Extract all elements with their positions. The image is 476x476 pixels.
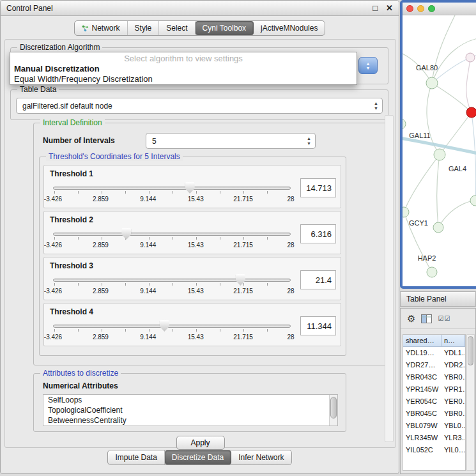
network-node-gal80[interactable] [426,77,438,89]
table-row[interactable]: YIL052C YIL0… [403,444,465,456]
tab-discretize-data[interactable]: Discretize Data [165,450,231,464]
table-cell[interactable]: YIL052C [403,444,441,456]
threshold-2-value-field[interactable]: 6.316 [300,224,336,243]
table-row[interactable]: YBR043C YBR0… [403,371,465,383]
list-item[interactable]: BetweennessCentrality [43,415,337,426]
apply-button[interactable]: Apply [176,436,224,450]
slider-track[interactable] [53,325,291,328]
table-cell[interactable]: YDR27… [403,359,441,371]
node-label: GCY1 [409,219,428,227]
threshold-4-slider[interactable] [53,319,291,333]
table-row[interactable]: YER054C YER0… [403,395,465,408]
close-window-icon[interactable]: ✕ [386,3,393,13]
table-cell[interactable]: YPR145W [403,383,441,395]
threshold-2-slider[interactable] [53,227,291,241]
selection-checkboxes-icon[interactable]: ☑☑ [438,315,450,322]
combobox-stepper-icon[interactable]: ▲ ▼ [374,101,378,111]
table-cell[interactable]: YPR1… [441,383,465,395]
network-node[interactable] [470,196,476,206]
minimize-traffic-light-icon[interactable] [417,5,424,12]
list-item[interactable]: TopologicalCoefficient [43,405,337,415]
slider-track[interactable] [53,279,291,282]
slider-ticks [54,329,291,332]
table-cell[interactable]: YIL0… [441,444,465,456]
table-cell[interactable]: YDL1… [441,347,465,359]
close-traffic-light-icon[interactable] [406,5,413,12]
network-node-gcy1[interactable] [403,207,409,217]
tab-style[interactable]: Style [128,21,160,35]
network-canvas[interactable]: GAL80 GAL11 GAL4 GCY1 HAP2 [403,15,476,286]
combobox-stepper-icon[interactable]: ▲ ▼ [307,136,311,146]
tab-infer-network[interactable]: Infer Network [231,450,291,464]
tab-cyni-toolbox[interactable]: Cyni Toolbox [196,21,254,35]
threshold-3-slider[interactable] [53,273,291,287]
threshold-3-value-field[interactable]: 21.4 [300,270,336,289]
selected-network-node[interactable] [466,107,476,118]
float-window-icon[interactable]: □ [372,3,378,13]
table-data-combobox[interactable]: galFiltered.sif default node ▲ ▼ [16,98,383,114]
node-attribute-table[interactable]: shared… n… YDL19… YDL1… YDR27… YDR2… YBR… [403,334,466,471]
content-scrollbar[interactable] [385,115,394,442]
table-row[interactable]: YBR045C YBR0… [403,408,465,420]
scrollbar-thumb[interactable] [468,336,473,365]
column-header-shared-name[interactable]: shared… [403,335,441,346]
table-row[interactable]: YDL19… YDL1… [403,347,465,359]
combo-down-arrow-icon: ▼ [366,66,371,70]
table-cell[interactable]: YBR0… [441,371,465,383]
table-row[interactable]: YLR345W YLR3… [403,432,465,444]
table-row[interactable]: YDR27… YDR2… [403,359,465,371]
scale-label: 15.43 [188,334,204,341]
control-panel-titlebar[interactable]: Control Panel □ ✕ [1,1,399,16]
tab-jactivemnodules-label: jActiveMNodules [261,24,318,33]
threshold-3-label: Threshold 3 [50,261,93,270]
table-cell[interactable]: YER054C [403,395,441,408]
table-data-group-title: Table Data [17,85,59,94]
slider-track[interactable] [53,187,291,190]
network-graph[interactable]: GAL80 GAL11 GAL4 GCY1 HAP2 [403,15,476,286]
table-cell[interactable]: YBR045C [403,408,441,420]
tab-network[interactable]: Network [75,21,128,35]
numerical-attributes-list[interactable]: SelfLoops TopologicalCoefficient Between… [43,394,338,426]
table-cell[interactable]: YER0… [441,395,465,408]
zoom-traffic-light-icon[interactable] [428,5,435,12]
threshold-4-value-field[interactable]: 11.344 [300,316,336,335]
thresholds-group-title: Threshold's Coordinates for 5 Intervals [46,152,183,161]
threshold-1-slider[interactable] [53,181,291,195]
algorithm-combobox-stepper[interactable]: ▲ ▼ [358,57,378,74]
tab-jactivemnodules[interactable]: jActiveMNodules [254,21,325,35]
slider-track[interactable] [53,233,291,236]
network-node-hap2[interactable] [427,267,437,277]
table-scrollbar[interactable] [466,334,475,471]
table-cell[interactable]: YDL19… [403,347,441,359]
table-cell[interactable]: YLR345W [403,432,441,444]
list-scrollbar[interactable] [329,395,337,426]
table-row[interactable]: YBL079W YBL0… [403,420,465,432]
slider-ticks [54,191,291,194]
gear-icon[interactable]: ⚙ [407,313,415,325]
table-cell[interactable]: YBR0… [441,408,465,420]
column-header-name[interactable]: n… [441,335,465,346]
tab-impute-data[interactable]: Impute Data [108,450,164,464]
table-row[interactable]: YPR145W YPR1… [403,383,465,395]
table-cell[interactable]: YBR043C [403,371,441,383]
dropdown-option-manual-discretization[interactable]: Manual Discretization [10,64,357,74]
dropdown-placeholder-option[interactable]: Select algorithm to view settings [10,52,357,64]
network-window-titlebar[interactable] [403,3,476,15]
threshold-1-value-field[interactable]: 14.713 [300,178,336,197]
columns-icon[interactable] [421,314,432,323]
network-node[interactable] [403,119,406,129]
scale-label: 9.144 [140,242,156,249]
scrollbar-thumb[interactable] [330,397,337,418]
tab-select[interactable]: Select [159,21,195,35]
table-cell[interactable]: YBL0… [441,420,465,432]
number-of-intervals-combobox[interactable]: 5 ▲ ▼ [146,133,316,149]
table-cell[interactable]: YLR3… [441,432,465,444]
network-node[interactable] [433,222,443,233]
table-cell[interactable]: YBL079W [403,420,441,432]
network-node[interactable] [466,53,475,62]
list-item[interactable]: SelfLoops [43,395,337,405]
table-cell[interactable]: YDR2… [441,359,465,371]
network-node-gal4[interactable] [434,149,445,160]
table-panel-header[interactable]: Table Panel [400,291,476,307]
dropdown-option-equal-width-frequency[interactable]: Equal Width/Frequency Discretization [10,74,357,84]
